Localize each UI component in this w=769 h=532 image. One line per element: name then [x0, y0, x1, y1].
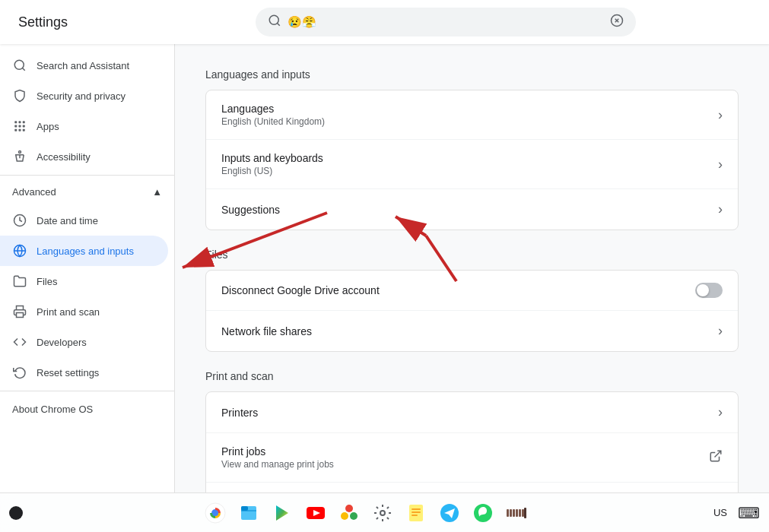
printers-title: Printers — [221, 407, 258, 419]
svg-rect-10 — [14, 125, 17, 128]
sidebar-item-date-time[interactable]: Date and time — [0, 205, 168, 236]
sidebar-item-label: Apps — [37, 121, 59, 132]
svg-rect-13 — [14, 129, 17, 131]
sidebar-item-label: Languages and inputs — [37, 245, 134, 257]
inputs-keyboards-row-left: Inputs and keyboards English (US) — [221, 152, 323, 176]
printers-row[interactable]: Printers › — [206, 392, 738, 433]
sidebar-item-languages-inputs[interactable]: Languages and inputs — [0, 236, 168, 266]
taskbar-play-store[interactable] — [267, 498, 297, 528]
sidebar-item-accessibility[interactable]: Accessibility — [0, 141, 168, 172]
svg-rect-9 — [23, 121, 25, 123]
svg-rect-8 — [19, 121, 21, 123]
security-privacy-icon — [12, 88, 27, 103]
taskbar-right: US ⌨ — [709, 504, 760, 522]
suggestions-row-left: Suggestions — [221, 204, 280, 216]
taskbar-sticky[interactable] — [501, 498, 532, 528]
network-file-shares-title: Network file shares — [221, 325, 312, 337]
svg-rect-21 — [17, 313, 24, 318]
svg-rect-39 — [412, 508, 421, 510]
svg-rect-48 — [519, 509, 521, 517]
sidebar-item-files[interactable]: Files — [0, 266, 168, 296]
sidebar-item-about[interactable]: About Chrome OS — [0, 394, 174, 424]
launcher-button[interactable] — [9, 506, 23, 520]
sidebar-item-label: Search and Assistant — [37, 60, 129, 71]
clear-search-icon[interactable] — [610, 14, 624, 30]
languages-sub: English (United Kingdom) — [221, 116, 325, 127]
svg-rect-41 — [412, 515, 418, 516]
advanced-section-header[interactable]: Advanced ▲ — [0, 179, 174, 205]
sidebar-divider-2 — [0, 391, 174, 391]
sidebar-item-apps[interactable]: Apps — [0, 111, 168, 141]
svg-point-16 — [19, 151, 21, 154]
files-icon — [12, 274, 27, 289]
svg-point-37 — [380, 511, 385, 515]
svg-line-6 — [22, 68, 24, 70]
languages-row[interactable]: Languages English (United Kingdom) › — [206, 90, 738, 140]
suggestions-row[interactable]: Suggestions › — [206, 189, 738, 230]
svg-rect-40 — [412, 511, 421, 513]
svg-point-5 — [14, 60, 24, 69]
taskbar-locale[interactable]: US — [709, 504, 732, 521]
taskbar-photos[interactable] — [334, 498, 364, 528]
advanced-label: Advanced — [12, 186, 56, 198]
sidebar-divider — [0, 175, 174, 176]
svg-rect-7 — [14, 121, 17, 123]
languages-inputs-icon — [12, 243, 27, 258]
chevron-right-icon: › — [718, 404, 723, 420]
svg-rect-30 — [241, 506, 248, 511]
date-time-icon — [12, 213, 27, 228]
sidebar: Search and Assistant Security and privac… — [0, 44, 175, 492]
suggestions-title: Suggestions — [221, 204, 280, 216]
sidebar-item-print-scan[interactable]: Print and scan — [0, 296, 168, 327]
chevron-right-icon: › — [718, 107, 723, 123]
network-file-shares-row[interactable]: Network file shares › — [206, 311, 738, 351]
sidebar-item-label: Files — [37, 276, 57, 287]
sidebar-item-security-privacy[interactable]: Security and privacy — [0, 81, 168, 111]
inputs-keyboards-row[interactable]: Inputs and keyboards English (US) › — [206, 140, 738, 189]
search-input[interactable]: 😢😤 — [288, 16, 604, 29]
svg-rect-45 — [510, 509, 512, 517]
search-assistant-icon — [12, 58, 27, 73]
print-jobs-left: Print jobs View and manage print jobs — [221, 445, 334, 470]
sidebar-item-developers[interactable]: Developers — [0, 327, 168, 357]
sidebar-item-label: Security and privacy — [37, 90, 126, 102]
page-title: Settings — [18, 14, 110, 30]
sidebar-item-label: Accessibility — [37, 151, 91, 163]
print-jobs-row[interactable]: Print jobs View and manage print jobs — [206, 433, 738, 483]
taskbar-chrome[interactable] — [200, 498, 230, 528]
sidebar-item-label: Print and scan — [37, 306, 100, 318]
sidebar-item-label: Date and time — [37, 215, 98, 226]
scan-row[interactable]: Scan — [206, 483, 738, 492]
languages-inputs-card: Languages English (United Kingdom) › Inp… — [205, 90, 739, 230]
taskbar-files[interactable] — [234, 498, 264, 528]
disconnect-google-drive-row[interactable]: Disconnect Google Drive account — [206, 271, 738, 311]
sidebar-item-reset-settings[interactable]: Reset settings — [0, 357, 168, 388]
topbar: Settings 😢😤 — [0, 0, 769, 44]
taskbar-settings[interactable] — [367, 498, 398, 528]
svg-rect-11 — [19, 125, 21, 128]
sidebar-item-label: Developers — [37, 337, 87, 348]
keyboard-icon[interactable]: ⌨ — [738, 504, 760, 522]
languages-row-left: Languages English (United Kingdom) — [221, 103, 325, 127]
svg-line-1 — [277, 23, 279, 25]
external-link-icon — [709, 449, 723, 467]
accessibility-icon — [12, 149, 27, 164]
files-card: Disconnect Google Drive account Network … — [205, 270, 739, 352]
svg-rect-49 — [522, 509, 524, 517]
disconnect-google-drive-toggle[interactable] — [695, 283, 723, 298]
print-scan-card: Printers › Print jobs View and manage pr… — [205, 391, 739, 492]
taskbar-notes[interactable] — [401, 498, 431, 528]
taskbar-youtube[interactable] — [300, 498, 331, 528]
svg-rect-46 — [513, 509, 515, 517]
search-bar[interactable]: 😢😤 — [256, 8, 636, 36]
disconnect-google-drive-title: Disconnect Google Drive account — [221, 284, 380, 296]
section-title-print-scan: Print and scan — [205, 370, 739, 382]
chevron-right-icon: › — [718, 323, 723, 339]
taskbar-whatsapp[interactable] — [468, 498, 498, 528]
svg-rect-14 — [19, 129, 21, 131]
svg-point-0 — [269, 15, 278, 24]
sidebar-item-search-assistant[interactable]: Search and Assistant — [0, 50, 168, 81]
taskbar-telegram[interactable] — [434, 498, 465, 528]
inputs-keyboards-title: Inputs and keyboards — [221, 152, 323, 164]
svg-point-34 — [345, 505, 353, 512]
